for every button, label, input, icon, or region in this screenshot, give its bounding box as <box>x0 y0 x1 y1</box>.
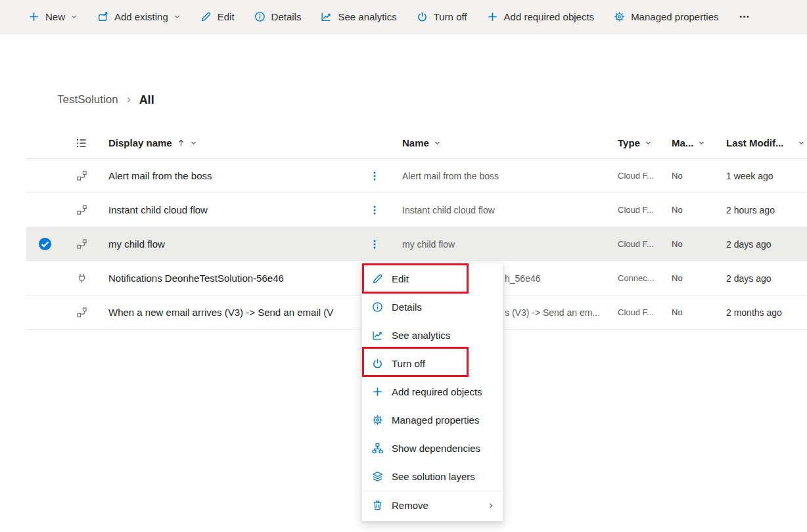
table-row[interactable]: Instant child cloud flow Instant child c… <box>26 193 807 227</box>
more-commands-button[interactable] <box>729 0 766 34</box>
row-name: Alert mail from the boss <box>402 159 499 192</box>
column-header-type[interactable]: Type <box>618 127 652 158</box>
column-label: Name <box>402 137 429 148</box>
row-last-modified: 1 week ago <box>726 159 773 192</box>
turn-off-button[interactable]: Turn off <box>407 0 477 34</box>
row-type: Cloud F... <box>618 296 654 329</box>
breadcrumb-solution[interactable]: TestSolution <box>57 93 118 106</box>
column-header-last-modified[interactable]: Last Modif... <box>726 127 805 158</box>
table-row[interactable]: Alert mail from the boss Alert mail from… <box>26 159 807 193</box>
menu-item-label: Turn off <box>392 358 425 369</box>
chevron-down-icon <box>173 13 181 20</box>
menu-item-label: Add required objects <box>392 386 482 397</box>
table-header: Display name Name Type Ma... Last Modif.… <box>26 127 807 159</box>
column-header-managed[interactable]: Ma... <box>672 127 705 158</box>
flow-icon <box>76 238 87 250</box>
row-last-modified: 2 hours ago <box>726 193 775 227</box>
row-last-modified: 2 days ago <box>726 261 772 295</box>
sort-ascending-icon <box>177 139 185 147</box>
command-label: Turn off <box>434 11 467 22</box>
power-icon <box>417 11 428 22</box>
new-button[interactable]: New <box>18 0 87 34</box>
pencil-icon <box>200 11 212 22</box>
menu-item-edit[interactable]: Edit <box>362 265 503 293</box>
column-label: Type <box>618 137 640 148</box>
row-managed: No <box>672 261 683 295</box>
row-name: Instant child cloud flow <box>402 193 495 227</box>
chevron-down-icon <box>645 139 652 146</box>
row-display-name[interactable]: When a new email arrives (V3) -> Send an… <box>108 296 333 329</box>
menu-item-show-dependencies[interactable]: Show dependencies <box>362 434 503 462</box>
chevron-right-icon <box>125 96 133 104</box>
flow-icon <box>76 204 87 215</box>
pencil-icon <box>372 273 383 284</box>
menu-item-managed-properties[interactable]: Managed properties <box>362 406 503 434</box>
row-type: Cloud F... <box>618 159 654 192</box>
edit-button[interactable]: Edit <box>191 0 244 34</box>
menu-item-label: Managed properties <box>392 414 479 426</box>
dependencies-icon <box>372 443 383 454</box>
power-icon <box>372 358 383 369</box>
menu-item-label: Edit <box>392 273 409 284</box>
table-row-selected[interactable]: my child flow my child flow Cloud F... N… <box>26 227 807 261</box>
analytics-icon <box>321 11 332 22</box>
add-existing-button[interactable]: Add existing <box>87 0 191 34</box>
gear-icon <box>614 11 625 22</box>
menu-item-label: See analytics <box>392 330 450 341</box>
command-label: Edit <box>218 11 235 22</box>
row-display-name[interactable]: Alert mail from the boss <box>108 159 212 192</box>
flow-icon <box>76 307 87 318</box>
row-display-name[interactable]: my child flow <box>108 227 165 261</box>
menu-item-details[interactable]: Details <box>362 293 503 321</box>
row-managed: No <box>672 159 683 192</box>
add-required-objects-button[interactable]: Add required objects <box>477 0 605 34</box>
chevron-down-icon <box>190 139 197 146</box>
row-type: Cloud F... <box>618 193 654 227</box>
row-header-list-icon[interactable] <box>76 137 87 149</box>
more-options-icon[interactable] <box>369 171 380 181</box>
row-display-name[interactable]: Notifications DeonheTestSolution-56e46 <box>108 261 284 295</box>
check-icon <box>39 238 51 250</box>
command-label: Managed properties <box>631 11 718 22</box>
column-label: Last Modif... <box>726 137 784 148</box>
column-label: Display name <box>108 137 172 148</box>
managed-properties-button[interactable]: Managed properties <box>604 0 728 34</box>
menu-item-see-analytics[interactable]: See analytics <box>362 321 503 349</box>
menu-item-turn-off[interactable]: Turn off <box>362 349 503 378</box>
row-last-modified: 2 months ago <box>726 296 782 329</box>
more-options-icon[interactable] <box>369 205 380 215</box>
row-display-name[interactable]: Instant child cloud flow <box>108 193 208 227</box>
ellipsis-icon <box>739 11 750 22</box>
menu-item-label: Details <box>392 301 422 313</box>
row-managed: No <box>672 227 683 261</box>
layers-icon <box>372 471 383 482</box>
selected-check-icon[interactable] <box>39 238 51 250</box>
add-existing-icon <box>97 11 108 22</box>
info-icon <box>254 11 265 22</box>
menu-item-see-solution-layers[interactable]: See solution layers <box>362 462 503 491</box>
column-header-display-name[interactable]: Display name <box>108 127 197 158</box>
breadcrumb: TestSolution All <box>57 90 154 110</box>
trash-icon <box>372 500 383 511</box>
connection-icon <box>76 273 87 284</box>
menu-item-label: Show dependencies <box>392 443 480 454</box>
row-name: my child flow <box>402 227 455 261</box>
row-type: Connec... <box>618 261 655 295</box>
more-options-icon[interactable] <box>369 239 380 250</box>
details-button[interactable]: Details <box>244 0 311 34</box>
gear-icon <box>372 414 383 426</box>
see-analytics-button[interactable]: See analytics <box>311 0 406 34</box>
row-last-modified: 2 days ago <box>726 227 772 261</box>
info-icon <box>372 301 383 313</box>
row-managed: No <box>672 193 683 227</box>
row-managed: No <box>672 296 683 329</box>
menu-item-remove[interactable]: Remove <box>362 491 503 520</box>
command-label: Add existing <box>114 11 168 22</box>
menu-item-add-required-objects[interactable]: Add required objects <box>362 378 503 406</box>
flow-icon <box>76 170 87 181</box>
menu-item-label: See solution layers <box>392 471 475 482</box>
column-header-name[interactable]: Name <box>402 127 441 158</box>
row-context-menu: Edit Details See analytics Turn off Add … <box>361 263 503 521</box>
command-label: See analytics <box>338 11 396 22</box>
chevron-down-icon <box>434 139 441 146</box>
